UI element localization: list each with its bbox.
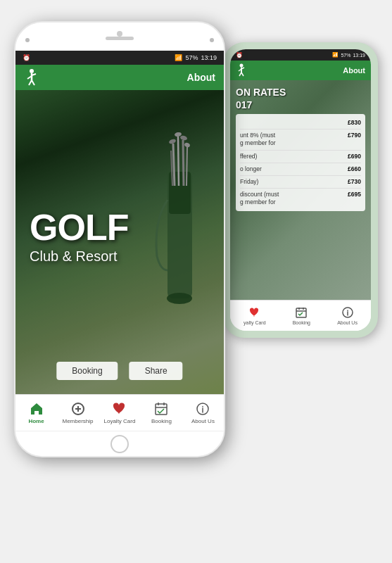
booking-label: Booking (151, 418, 172, 424)
golf-bag-decoration (146, 97, 210, 359)
nav-item-membership[interactable]: Membership (63, 398, 94, 428)
table-row: Friday) £730 (240, 176, 361, 189)
phone-top-bar (15, 23, 224, 51)
front-phone: ⏰ 📶 57% 13:19 (14, 21, 225, 457)
membership-label: Membership (63, 418, 94, 424)
booking-button[interactable]: Booking (56, 362, 118, 380)
rate-price-4: £730 (348, 178, 361, 186)
share-button[interactable]: Share (129, 362, 183, 380)
nav-item-aboutus-back[interactable]: About Us (337, 303, 358, 328)
svg-line-5 (241, 72, 244, 76)
svg-rect-27 (156, 404, 167, 415)
app-bar-front: About (15, 65, 224, 90)
svg-point-24 (184, 142, 191, 148)
table-row: o longer £660 (240, 163, 361, 176)
rate-label-1: unt 8% (mustg member for (240, 132, 348, 147)
table-row: £830 (240, 117, 361, 129)
side-button-left (25, 38, 30, 42)
bottom-nav-front: Home Membership (15, 394, 224, 431)
rate-label-2: ffered) (240, 153, 348, 160)
rate-label-4: Friday) (240, 178, 348, 186)
side-button-right (210, 38, 214, 42)
home-button-area (15, 431, 224, 456)
table-row: ffered) £690 (240, 151, 361, 163)
svg-point-22 (175, 132, 182, 137)
aboutus-label-back: About Us (337, 320, 358, 325)
battery-front: 57% (185, 54, 198, 61)
rate-price-2: £690 (348, 153, 361, 160)
svg-point-8 (30, 69, 34, 73)
booking-icon-back (295, 306, 308, 319)
svg-line-12 (29, 80, 32, 85)
rate-price-5: £695 (348, 191, 361, 198)
loyalty-label-back: yalty Card (244, 320, 266, 325)
home-circle-button[interactable] (110, 435, 129, 453)
rate-price-1: £790 (348, 132, 361, 139)
rates-title: ON RATES 017 (236, 86, 365, 111)
rates-title-text: ON RATES (236, 87, 286, 98)
nav-item-loyalty[interactable]: Loyalty Card (104, 398, 136, 428)
app-bar-back: About (230, 61, 371, 80)
svg-line-19 (186, 147, 187, 186)
loyalty-icon (112, 401, 127, 417)
svg-line-4 (239, 72, 241, 76)
time-front: 13:19 (201, 54, 217, 61)
content-back: ON RATES 017 £830 unt 8% (mustg member f… (230, 80, 371, 300)
home-icon (29, 401, 44, 417)
svg-rect-6 (296, 308, 306, 317)
nav-item-home[interactable]: Home (21, 398, 52, 428)
loyalty-label: Loyalty Card (104, 418, 136, 424)
svg-line-16 (173, 144, 175, 186)
info-icon-back (341, 306, 354, 319)
nav-item-booking-back[interactable]: Booking (293, 303, 310, 328)
nav-item-aboutus[interactable]: About Us (187, 398, 218, 428)
rates-year-text: 017 (236, 99, 252, 110)
about-label-front: About (187, 72, 215, 83)
membership-icon (70, 401, 86, 417)
aboutus-label: About Us (191, 418, 215, 424)
rate-price-3: £660 (348, 165, 361, 173)
golf-player-icon-back (236, 63, 247, 77)
wifi-icon-back: 📶 (332, 52, 339, 58)
alarm-icon-front: ⏰ (23, 54, 30, 61)
table-row: unt 8% (mustg member for £790 (240, 129, 361, 150)
status-icons-front: 📶 57% 13:19 (175, 54, 217, 61)
aboutus-icon (195, 401, 210, 417)
bottom-nav-back: yalty Card Booking (230, 300, 371, 331)
hero-text-block: GOLF Club & Resort (30, 209, 128, 265)
nav-item-loyalty-back[interactable]: yalty Card (244, 303, 266, 328)
alarm-icon-back: ⏰ (236, 52, 243, 58)
status-bar-back: ⏰ 📶 57% 13:19 (230, 49, 371, 61)
time-back: 13:19 (353, 53, 365, 58)
scene: ⏰ 📶 57% 13:19 (0, 0, 392, 563)
about-label-back: About (343, 66, 365, 75)
svg-line-18 (183, 140, 184, 186)
rate-label-5: discount (mustg member for (240, 191, 348, 206)
svg-line-17 (178, 137, 179, 186)
camera (117, 31, 122, 37)
speaker (106, 37, 134, 40)
hero-subtitle: Club & Resort (30, 248, 128, 265)
status-icons-back: 📶 57% 13:19 (332, 52, 365, 58)
back-phone: ⏰ 📶 57% 13:19 (223, 42, 378, 338)
front-phone-bezel: ⏰ 📶 57% 13:19 (15, 23, 224, 456)
hero-area: GOLF Club & Resort Booking Share (15, 90, 224, 394)
rates-table: £830 unt 8% (mustg member for £790 ffere… (236, 114, 365, 210)
golf-player-icon-front (24, 68, 39, 87)
hero-buttons: Booking Share (56, 362, 182, 380)
back-phone-inner: ⏰ 📶 57% 13:19 (230, 49, 371, 331)
wifi-icon-front: 📶 (175, 54, 182, 61)
svg-point-23 (179, 135, 187, 141)
table-row: discount (mustg member for £695 (240, 189, 361, 208)
svg-point-0 (240, 64, 244, 68)
home-label: Home (28, 418, 44, 424)
rates-content: ON RATES 017 £830 unt 8% (mustg member f… (230, 80, 371, 300)
battery-back: 57% (341, 53, 350, 58)
svg-line-13 (32, 80, 34, 85)
rate-price-0: £830 (348, 119, 361, 127)
booking-label-back: Booking (293, 320, 310, 325)
rate-label-3: o longer (240, 165, 348, 173)
nav-item-booking[interactable]: Booking (146, 398, 177, 428)
hero-title: GOLF (30, 209, 128, 246)
heart-icon-back (248, 306, 261, 319)
